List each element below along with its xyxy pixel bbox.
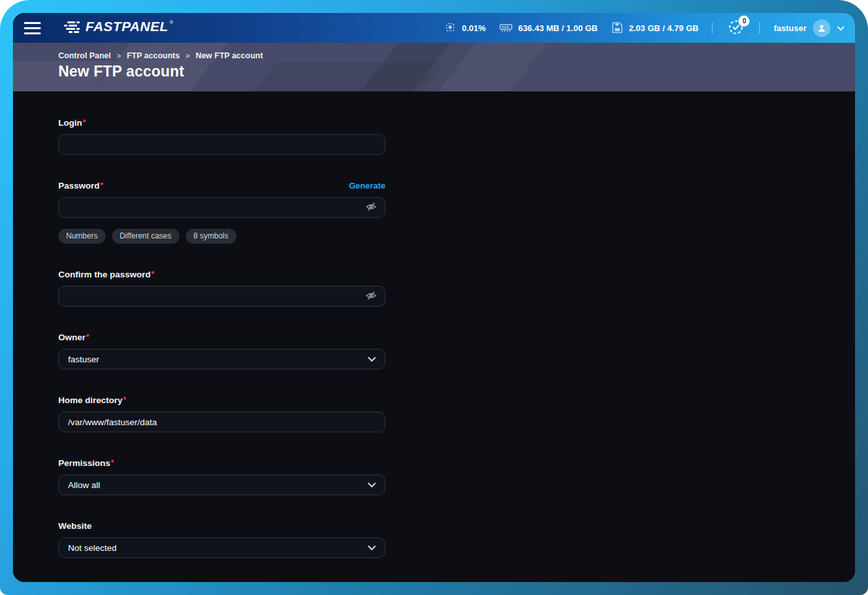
menu-icon[interactable] — [19, 18, 45, 38]
generate-password-link[interactable]: Generate — [349, 181, 385, 191]
password-label: Password* — [58, 181, 103, 191]
login-field-group: Login* — [58, 118, 385, 155]
password-field-group: Password* Generate — [58, 181, 385, 244]
required-mark: * — [86, 332, 89, 342]
disk-icon — [611, 21, 623, 35]
owner-selected-value: fastuser — [68, 355, 99, 364]
eye-off-icon — [365, 202, 377, 214]
website-select[interactable]: Not selected — [58, 537, 385, 558]
page-title: New FTP account — [58, 63, 855, 80]
required-mark: * — [152, 270, 155, 279]
notification-count-badge: 0 — [738, 16, 749, 27]
website-label: Website — [58, 521, 92, 531]
new-ftp-account-form: Login* Password* Generate — [13, 91, 855, 582]
ram-usage-value: 636.43 MB / 1.00 GB — [518, 23, 598, 33]
user-avatar-icon — [813, 19, 830, 37]
window-frame: FASTPANEL ® 0.01% — [0, 0, 868, 595]
breadcrumb-current: New FTP account — [196, 51, 263, 60]
user-menu[interactable]: fastuser — [773, 19, 845, 37]
cpu-icon — [444, 21, 456, 35]
disk-usage-value: 2.03 GB / 4.79 GB — [629, 23, 699, 33]
owner-field-group: Owner* fastuser — [58, 332, 385, 369]
password-hint-cases: Different cases — [112, 229, 179, 244]
password-hint-symbols: 8 symbols — [186, 229, 236, 244]
permissions-field-group: Permissions* Allow all — [58, 458, 385, 495]
permissions-selected-value: Allow all — [68, 480, 100, 490]
logo[interactable]: FASTPANEL ® — [63, 19, 174, 38]
user-name: fastuser — [773, 23, 806, 33]
required-mark: * — [100, 181, 104, 190]
confirm-password-field-group: Confirm the password* — [58, 270, 385, 307]
eye-off-icon — [365, 290, 377, 303]
website-selected-value: Not selected — [68, 543, 117, 553]
home-directory-input[interactable] — [58, 412, 385, 432]
topbar-divider — [759, 22, 760, 34]
confirm-password-label: Confirm the password* — [58, 270, 154, 279]
chevron-down-icon — [837, 23, 845, 33]
disk-usage-stat: 2.03 GB / 4.79 GB — [611, 21, 699, 35]
logo-text: FASTPANEL — [86, 19, 168, 34]
breadcrumb-separator: > — [117, 52, 120, 60]
login-label: Login* — [58, 118, 86, 128]
logo-registered-mark: ® — [170, 19, 174, 25]
topbar-divider — [712, 22, 713, 34]
breadcrumb-separator: > — [185, 52, 189, 60]
page-header: Control Panel > FTP accounts > New FTP a… — [13, 43, 855, 91]
chevron-down-icon — [367, 353, 376, 365]
ram-usage-stat: 636.43 MB / 1.00 GB — [499, 21, 598, 35]
home-directory-field-group: Home directory* — [58, 395, 385, 432]
tasks-notification-button[interactable]: 0 — [726, 18, 746, 38]
cpu-usage-value: 0.01% — [462, 23, 486, 33]
password-hint-numbers: Numbers — [58, 229, 106, 244]
required-mark: * — [83, 118, 86, 127]
password-requirements: Numbers Different cases 8 symbols — [58, 229, 385, 244]
breadcrumb-ftp-accounts[interactable]: FTP accounts — [127, 51, 180, 60]
chevron-down-icon — [367, 542, 376, 554]
required-mark: * — [111, 458, 114, 467]
confirm-password-input[interactable] — [58, 286, 385, 307]
password-input[interactable] — [58, 197, 385, 218]
cpu-usage-stat: 0.01% — [444, 21, 486, 35]
breadcrumb-control-panel[interactable]: Control Panel — [58, 51, 111, 60]
password-visibility-toggle[interactable] — [360, 198, 383, 217]
owner-label: Owner* — [58, 332, 89, 342]
ram-icon — [499, 21, 512, 35]
login-input[interactable] — [58, 134, 385, 155]
required-mark: * — [123, 395, 126, 404]
website-field-group: Website Not selected — [58, 521, 385, 558]
home-directory-label: Home directory* — [58, 395, 126, 405]
permissions-select[interactable]: Allow all — [58, 474, 385, 495]
confirm-password-visibility-toggle[interactable] — [360, 286, 383, 306]
breadcrumb: Control Panel > FTP accounts > New FTP a… — [58, 51, 855, 60]
permissions-label: Permissions* — [58, 458, 114, 468]
chevron-down-icon — [367, 479, 376, 491]
top-bar: FASTPANEL ® 0.01% — [13, 13, 855, 43]
app-window: FASTPANEL ® 0.01% — [13, 13, 855, 582]
owner-select[interactable]: fastuser — [58, 349, 385, 369]
logo-speedlines-icon — [63, 21, 81, 38]
